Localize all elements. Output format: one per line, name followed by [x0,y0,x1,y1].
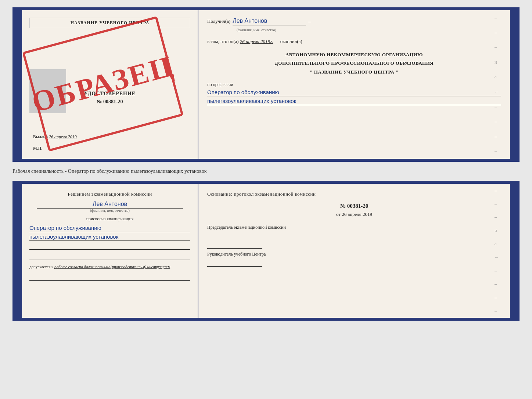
date-completed: 26 апреля 2019г. [240,39,273,44]
between-label: Рабочая специальность - Оператор по обсл… [12,166,207,177]
допускается-block: допускается к работе согласно должностны… [29,264,190,269]
fio-subtitle-cert: (фамилия, имя, отчество) [237,26,501,33]
director-signature-line [207,259,262,267]
qualification-assigned: присвоена квалификация [29,216,190,222]
blank-line-1 [29,242,190,250]
допускается-value: работе согласно должностным (производств… [54,264,170,269]
chairman-signature-line [207,241,262,249]
dash: – [308,18,311,24]
right-spine-cert [510,10,517,159]
issued-date: Выдано 26 апреля 2019 [29,134,190,140]
qual-fio-subtitle: (фамилия, имя, отчество) [29,209,190,213]
decision-text: Решением экзаменационной комиссии [29,191,190,197]
right-side-dashes: – – – и а ← – – – – [495,10,499,159]
left-spine [15,10,22,159]
blank-line-3 [29,273,190,281]
from-prefix: от [336,211,341,217]
received-prefix: Получил(а) [207,18,230,24]
institution-line1: АВТОНОМНУЮ НЕКОММЕРЧЕСКУЮ ОРГАНИЗАЦИЮ [207,50,501,59]
osnov-text: Основание: протокол экзаменационной коми… [207,191,501,197]
institution-line3: " НАЗВАНИЕ УЧЕБНОГО ЦЕНТРА " [207,68,501,76]
issued-label: Выдано [33,134,48,139]
qual-left-panel: Решением экзаменационной комиссии Лев Ан… [22,184,198,318]
mp-label: М.П. [29,146,190,151]
qualification-value-2: пылегазоулавливающих установок [29,234,190,241]
from-date-value: 26 апреля 2019 [342,211,372,217]
cert-left-panel: НАЗВАНИЕ УЧЕБНОГО ЦЕНТРА ОБРАЗЕЦ УДОСТОВ… [22,10,198,159]
completed-label: окончил(а) [280,39,302,44]
certificate-document: НАЗВАНИЕ УЧЕБНОГО ЦЕНТРА ОБРАЗЕЦ УДОСТОВ… [12,7,520,162]
received-name: Лев Антонов [233,18,306,25]
qual-right-side-dashes: – – – и а ← – – – – [495,184,499,318]
qualification-value-1: Оператор по обслуживанию [29,225,190,232]
training-center-title: НАЗВАНИЕ УЧЕБНОГО ЦЕНТРА [29,18,190,28]
profession-value-2: пылегазоулавливающих установок [207,98,501,105]
page-container: НАЗВАНИЕ УЧЕБНОГО ЦЕНТРА ОБРАЗЕЦ УДОСТОВ… [12,7,520,321]
received-row: Получил(а) Лев Антонов – [207,18,501,25]
qual-left-spine [15,184,22,318]
person-name-qual: Лев Антонов [37,201,183,209]
director-label: Руководитель учебного Центра [207,252,501,257]
blank-line-2 [29,253,190,260]
qualification-document: Решением экзаменационной комиссии Лев Ан… [12,181,520,321]
issued-date-value: 26 апреля 2019 [49,134,77,139]
in-that-text: в том, что он(а) [207,39,239,44]
in-that-line: в том, что он(а) 26 апреля 2019г. окончи… [207,39,501,44]
right-spine-qual [510,184,517,318]
profession-label: по профессии [207,82,501,88]
profession-value-1: Оператор по обслуживанию [207,89,501,96]
protocol-number: № 00381-20 [207,203,501,209]
cert-right-panel: Получил(а) Лев Антонов – (фамилия, имя, … [198,10,510,159]
institution-block: АВТОНОМНУЮ НЕКОММЕРЧЕСКУЮ ОРГАНИЗАЦИЮ ДО… [207,50,501,76]
допускается-prefix: допускается к [29,264,53,269]
institution-line2: ДОПОЛНИТЕЛЬНОГО ПРОФЕССИОНАЛЬНОГО ОБРАЗО… [207,59,501,67]
photo-placeholder [29,69,66,113]
qual-right-panel: Основание: протокол экзаменационной коми… [198,184,510,318]
from-date: от 26 апреля 2019 [207,211,501,217]
chairman-label: Председатель экзаменационной комиссии [207,225,501,230]
